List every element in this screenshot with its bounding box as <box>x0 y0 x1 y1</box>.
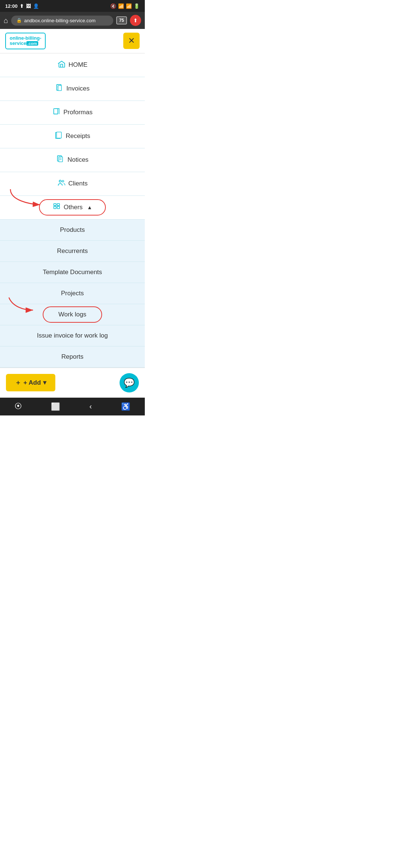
add-chevron: ▾ <box>43 379 46 387</box>
add-label: + Add <box>23 379 41 387</box>
image-icon: 🖼 <box>26 3 31 9</box>
svg-rect-4 <box>53 108 58 114</box>
nav-menu: HOME Invoices Proformas Receipts Notices… <box>0 53 145 368</box>
signal-icon: 📶 <box>126 3 132 9</box>
home-button[interactable]: ⬜ <box>51 402 60 411</box>
svg-rect-17 <box>53 206 56 208</box>
mute-icon: 🔇 <box>110 3 116 9</box>
svg-point-14 <box>59 180 62 182</box>
proformas-icon <box>52 108 61 118</box>
invoices-icon <box>55 84 63 94</box>
submenu-item-recurrents[interactable]: Recurrents <box>0 241 145 262</box>
add-button[interactable]: ＋ + Add ▾ <box>6 374 55 391</box>
footer-bar: ＋ + Add ▾ 💬 <box>0 368 145 398</box>
svg-rect-18 <box>57 206 59 208</box>
nav-proformas-label: Proformas <box>63 109 92 116</box>
svg-rect-20 <box>57 203 59 206</box>
recurrents-label: Recurrents <box>57 247 88 255</box>
logo-line2: service.com <box>10 41 41 46</box>
svg-point-15 <box>62 180 64 182</box>
battery-icon: 🔋 <box>134 3 140 9</box>
chat-button[interactable]: 💬 <box>120 373 139 392</box>
submenu-item-projects[interactable]: Projects <box>0 283 145 304</box>
status-right: 🔇 📶 📶 🔋 <box>110 3 140 9</box>
nav-item-invoices[interactable]: Invoices <box>0 77 145 101</box>
nav-item-others[interactable]: Others ▲ <box>0 196 145 220</box>
svg-rect-19 <box>53 203 56 206</box>
accessibility-button[interactable]: ♿ <box>121 402 130 411</box>
add-plus-icon: ＋ <box>15 378 21 387</box>
nav-item-notices[interactable]: Notices <box>0 148 145 172</box>
svg-rect-3 <box>58 85 61 91</box>
browser-home-button[interactable]: ⌂ <box>4 16 8 25</box>
browser-bar: ⌂ 🔒 andbox.online-billing-service.com 75… <box>0 12 145 29</box>
clients-icon <box>57 179 65 189</box>
tab-count[interactable]: 75 <box>116 16 127 24</box>
projects-label: Projects <box>61 290 84 297</box>
work-logs-label: Work logs <box>58 311 86 318</box>
back-button[interactable]: ‹ <box>89 402 92 411</box>
chat-icon: 💬 <box>124 378 135 388</box>
logo: online-billing- service.com <box>5 33 46 49</box>
user-icon: 👤 <box>33 3 39 9</box>
submenu-item-issue-invoice[interactable]: Issue invoice for work log <box>0 325 145 346</box>
nav-receipts-label: Receipts <box>66 132 90 140</box>
products-label: Products <box>60 226 85 234</box>
nav-others-label: Others <box>64 204 83 211</box>
close-menu-button[interactable]: ✕ <box>123 33 140 49</box>
template-documents-label: Template Documents <box>43 269 102 276</box>
nav-item-home[interactable]: HOME <box>0 53 145 77</box>
status-left: 12:00 ⬆ 🖼 👤 <box>5 3 39 9</box>
nav-item-clients[interactable]: Clients <box>0 172 145 196</box>
nav-notices-label: Notices <box>68 156 89 164</box>
url-text: andbox.online-billing-service.com <box>24 18 95 23</box>
bottom-navigation: ⦿ ⬜ ‹ ♿ <box>0 398 145 415</box>
browser-upload-button[interactable]: ⬆ <box>130 15 141 26</box>
recents-button[interactable]: ⦿ <box>14 402 22 411</box>
notices-icon <box>56 155 65 165</box>
lock-icon: 🔒 <box>16 18 22 23</box>
issue-invoice-label: Issue invoice for work log <box>37 332 108 339</box>
site-header: online-billing- service.com ✕ <box>0 29 145 53</box>
upload-icon: ⬆ <box>20 3 24 9</box>
url-bar[interactable]: 🔒 andbox.online-billing-service.com <box>11 16 113 26</box>
nav-home-label: HOME <box>69 61 88 69</box>
time: 12:00 <box>5 3 17 9</box>
nav-item-receipts[interactable]: Receipts <box>0 125 145 148</box>
svg-rect-9 <box>56 132 61 138</box>
others-chevron: ▲ <box>87 204 92 210</box>
submenu-item-reports[interactable]: Reports <box>0 346 145 368</box>
nav-clients-label: Clients <box>68 180 88 187</box>
status-bar: 12:00 ⬆ 🖼 👤 🔇 📶 📶 🔋 <box>0 0 145 12</box>
nav-item-proformas[interactable]: Proformas <box>0 101 145 125</box>
submenu-item-work-logs[interactable]: Work logs <box>0 304 145 325</box>
home-icon <box>58 60 66 70</box>
reports-label: Reports <box>61 353 84 361</box>
submenu-item-products[interactable]: Products <box>0 220 145 241</box>
nav-invoices-label: Invoices <box>66 85 89 92</box>
submenu-item-template-documents[interactable]: Template Documents <box>0 262 145 283</box>
receipts-icon <box>55 131 63 141</box>
others-icon <box>53 203 61 213</box>
logo-line1: online-billing- <box>10 36 41 41</box>
wifi-icon: 📶 <box>118 3 124 9</box>
